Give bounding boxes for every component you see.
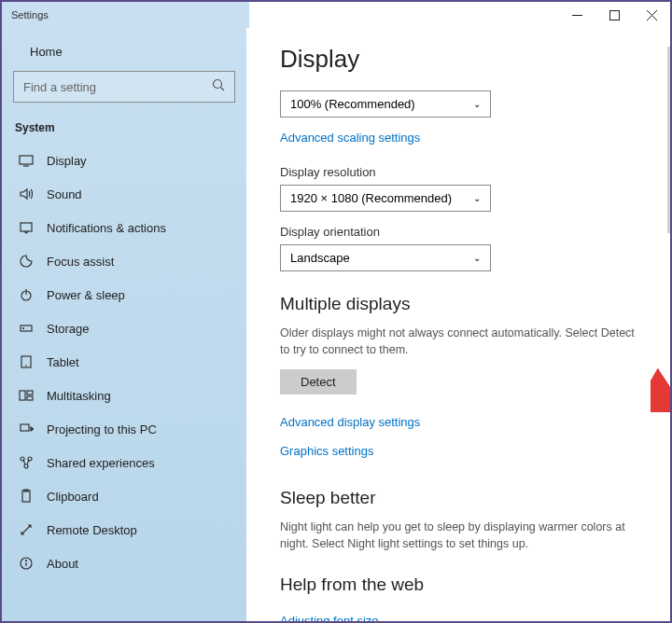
titlebar: Settings bbox=[2, 2, 670, 28]
search-input[interactable] bbox=[23, 80, 212, 94]
sidebar-item-notifications[interactable]: Notifications & actions bbox=[13, 211, 235, 244]
home-label: Home bbox=[30, 45, 63, 59]
sidebar-item-clipboard[interactable]: Clipboard bbox=[13, 479, 235, 513]
scale-value: 100% (Recommended) bbox=[290, 97, 415, 111]
storage-icon bbox=[19, 321, 34, 336]
graphics-settings-link[interactable]: Graphics settings bbox=[280, 444, 373, 458]
sidebar-item-projecting[interactable]: Projecting to this PC bbox=[13, 412, 235, 446]
sidebar: Home System Display Sound Notifications … bbox=[2, 28, 246, 621]
power-icon bbox=[19, 287, 34, 302]
sidebar-item-sound[interactable]: Sound bbox=[13, 177, 235, 211]
svg-rect-18 bbox=[21, 424, 29, 431]
sidebar-item-shared[interactable]: Shared experiences bbox=[13, 446, 235, 479]
resolution-label: Display resolution bbox=[280, 165, 644, 179]
page-title: Display bbox=[280, 45, 644, 74]
sidebar-item-about[interactable]: About bbox=[13, 547, 235, 580]
display-icon bbox=[19, 153, 34, 168]
svg-line-28 bbox=[662, 366, 670, 401]
svg-point-21 bbox=[24, 464, 28, 468]
scrollbar[interactable] bbox=[667, 47, 670, 233]
sleep-better-heading: Sleep better bbox=[280, 488, 644, 508]
svg-rect-1 bbox=[609, 10, 619, 20]
sidebar-item-focus[interactable]: Focus assist bbox=[13, 244, 235, 278]
sidebar-item-tablet[interactable]: Tablet bbox=[13, 345, 235, 379]
chevron-down-icon: ⌄ bbox=[473, 253, 481, 263]
svg-rect-17 bbox=[27, 396, 33, 400]
projecting-icon bbox=[19, 422, 34, 436]
help-heading: Help from the web bbox=[280, 575, 644, 595]
close-button[interactable] bbox=[633, 2, 670, 28]
search-box[interactable] bbox=[13, 71, 235, 103]
chevron-down-icon: ⌄ bbox=[473, 193, 481, 203]
orientation-label: Display orientation bbox=[280, 225, 644, 239]
svg-rect-6 bbox=[20, 156, 33, 164]
minimize-button[interactable] bbox=[558, 2, 595, 28]
sidebar-item-multitasking[interactable]: Multitasking bbox=[13, 379, 235, 412]
multiple-displays-heading: Multiple displays bbox=[280, 294, 644, 314]
sidebar-item-display[interactable]: Display bbox=[13, 144, 235, 177]
remote-icon bbox=[19, 522, 34, 537]
detect-button[interactable]: Detect bbox=[280, 369, 357, 395]
category-heading: System bbox=[13, 118, 235, 144]
window-title: Settings bbox=[11, 9, 49, 21]
svg-point-12 bbox=[23, 328, 24, 329]
maximize-button[interactable] bbox=[595, 2, 633, 28]
advanced-scaling-link[interactable]: Advanced scaling settings bbox=[280, 131, 420, 145]
multiple-displays-desc: Older displays might not always connect … bbox=[280, 325, 635, 358]
resolution-value: 1920 × 1080 (Recommended) bbox=[290, 191, 452, 205]
svg-rect-16 bbox=[27, 391, 33, 395]
orientation-value: Landscape bbox=[290, 251, 350, 265]
sound-icon bbox=[19, 187, 34, 201]
sidebar-item-power[interactable]: Power & sleep bbox=[13, 278, 235, 312]
content-pane: Display 100% (Recommended) ⌄ Advanced sc… bbox=[246, 28, 670, 621]
shared-icon bbox=[19, 455, 34, 470]
sidebar-item-storage[interactable]: Storage bbox=[13, 312, 235, 345]
chevron-down-icon: ⌄ bbox=[473, 99, 481, 109]
svg-rect-8 bbox=[21, 223, 32, 231]
svg-rect-15 bbox=[20, 391, 25, 400]
focus-icon bbox=[19, 254, 34, 269]
svg-line-5 bbox=[221, 88, 225, 91]
advanced-display-link[interactable]: Advanced display settings bbox=[280, 415, 420, 429]
clipboard-icon bbox=[19, 489, 34, 504]
svg-rect-11 bbox=[21, 325, 32, 331]
about-icon bbox=[19, 556, 34, 571]
annotation-arrow bbox=[651, 356, 670, 416]
home-nav[interactable]: Home bbox=[13, 37, 235, 71]
svg-rect-22 bbox=[22, 491, 30, 502]
resolution-dropdown[interactable]: 1920 × 1080 (Recommended) ⌄ bbox=[280, 185, 491, 212]
multitasking-icon bbox=[19, 388, 34, 403]
scale-dropdown[interactable]: 100% (Recommended) ⌄ bbox=[280, 90, 491, 118]
notifications-icon bbox=[19, 220, 34, 235]
sidebar-item-remote[interactable]: Remote Desktop bbox=[13, 513, 235, 547]
tablet-icon bbox=[19, 354, 34, 369]
orientation-dropdown[interactable]: Landscape ⌄ bbox=[280, 244, 491, 271]
svg-point-4 bbox=[214, 80, 222, 89]
svg-point-26 bbox=[26, 561, 27, 561]
search-icon bbox=[212, 78, 225, 95]
help-link-fontsize[interactable]: Adjusting font size bbox=[280, 614, 379, 621]
sleep-better-desc: Night light can help you get to sleep by… bbox=[280, 519, 635, 552]
